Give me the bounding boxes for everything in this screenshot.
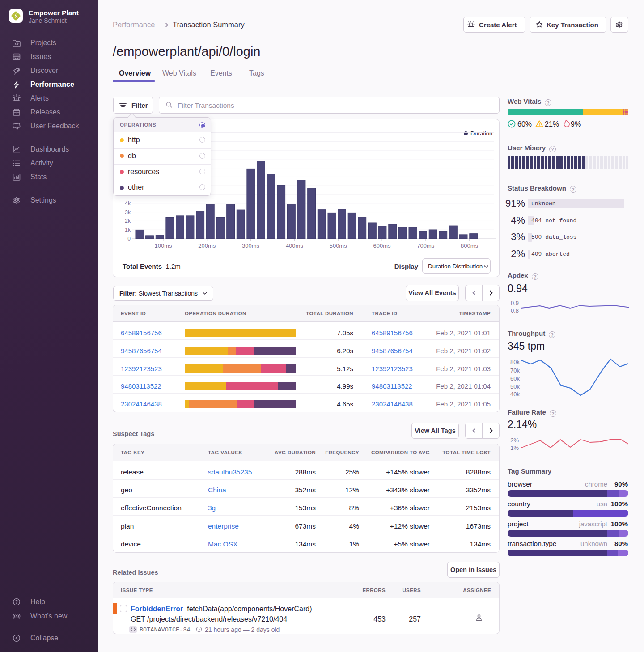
svg-text:700ms: 700ms xyxy=(417,242,435,249)
svg-text:1k: 1k xyxy=(125,227,131,233)
svg-text:600ms: 600ms xyxy=(373,242,391,249)
svg-text:200ms: 200ms xyxy=(198,242,216,249)
svg-text:300ms: 300ms xyxy=(242,242,260,249)
svg-text:0: 0 xyxy=(127,236,131,242)
svg-text:2k: 2k xyxy=(125,218,131,224)
svg-text:3k: 3k xyxy=(125,209,131,216)
svg-text:500ms: 500ms xyxy=(330,242,347,249)
svg-text:100ms: 100ms xyxy=(154,242,172,249)
svg-text:400ms: 400ms xyxy=(286,242,304,249)
svg-text:4k: 4k xyxy=(125,200,131,207)
svg-text:800ms: 800ms xyxy=(461,242,479,249)
